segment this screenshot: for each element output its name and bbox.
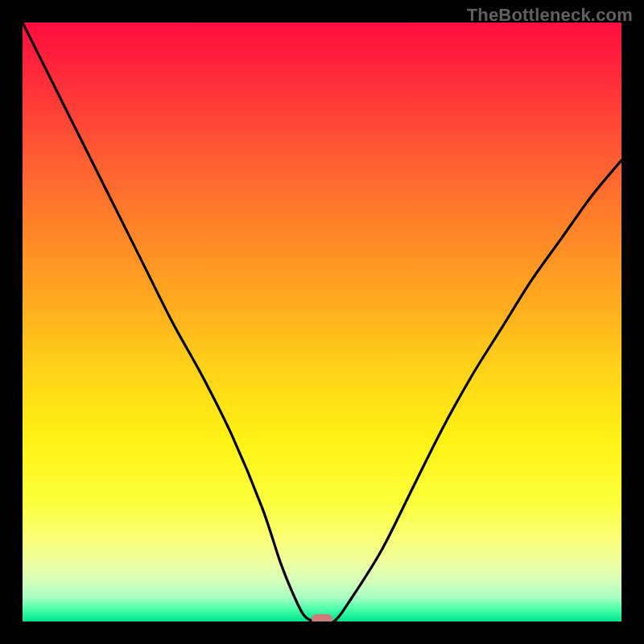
optimal-marker — [312, 614, 332, 621]
chart-frame: TheBottleneck.com — [0, 0, 644, 644]
bottleneck-curve — [23, 23, 621, 621]
watermark-text: TheBottleneck.com — [467, 5, 633, 26]
plot-area — [23, 23, 621, 621]
